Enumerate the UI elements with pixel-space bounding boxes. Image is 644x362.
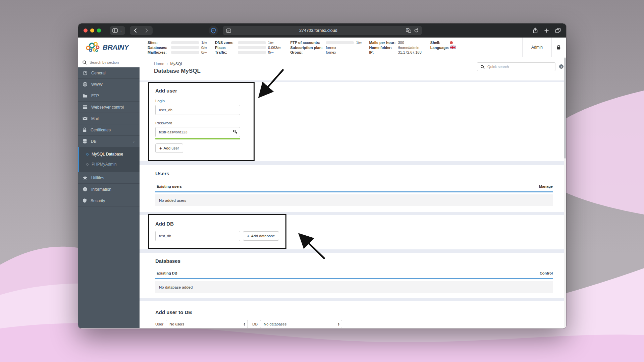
stat-label: Traffic: <box>215 50 236 55</box>
close-window-button[interactable] <box>84 28 88 33</box>
db-submenu: MySQL Database PHPMyAdmin <box>78 147 140 172</box>
user-select-label: User <box>155 322 163 326</box>
usage-bar <box>238 41 266 44</box>
gauge-icon <box>83 70 88 75</box>
select-stepper-icon: ▲▼ <box>337 322 340 326</box>
databases-section: Databases Existing DB Control No databas… <box>140 253 566 298</box>
login-input[interactable] <box>155 105 240 115</box>
sidebar-subitem-label: MySQL Database <box>92 152 123 157</box>
usage-bar <box>171 51 199 54</box>
reader-view-icon[interactable] <box>226 28 231 33</box>
url-text[interactable]: 274703.fornex.cloud <box>231 28 406 33</box>
db-select[interactable]: No databases ▲▼ <box>260 320 342 328</box>
vertical-scrollbar[interactable] <box>564 57 566 328</box>
lock-icon <box>83 127 87 132</box>
sidebar-item-general[interactable]: General <box>78 67 140 79</box>
add-db-title: Add DB <box>155 221 553 227</box>
stat-label: Databases: <box>148 45 169 50</box>
add-user-to-db-title: Add user to DB <box>155 309 553 315</box>
page-header: Home › MySQL Database MySQL ? <box>140 57 566 80</box>
sidebar-search[interactable] <box>78 57 140 67</box>
address-bar[interactable]: 274703.fornex.cloud A <box>223 26 422 35</box>
folder-icon <box>83 94 88 98</box>
sidebar-item-phpmyadmin[interactable]: PHPMyAdmin <box>79 159 140 169</box>
sidebar-item-webserver-control[interactable]: Webserver control <box>78 102 140 113</box>
brand-logo[interactable]: BRAINY <box>78 38 140 57</box>
nav-buttons <box>130 26 153 35</box>
section-divider <box>140 249 566 253</box>
window-controls <box>84 28 101 33</box>
sidebar-item-certificates[interactable]: Certificates <box>78 124 140 136</box>
sidebar-item-label: Utilities <box>91 176 104 180</box>
bullet-icon <box>86 163 89 166</box>
forward-button[interactable] <box>141 26 153 35</box>
sidebar-item-www[interactable]: WWW <box>78 79 140 90</box>
section-divider <box>140 161 566 165</box>
usage-bar <box>238 46 266 49</box>
add-database-button[interactable]: + Add database <box>243 231 279 241</box>
breadcrumb-home[interactable]: Home <box>154 62 164 66</box>
brand-name: BRAINY <box>103 43 129 51</box>
brainy-gears-logo-icon <box>86 41 100 53</box>
db-select-label: DB <box>252 322 258 326</box>
sidebar-item-utilities[interactable]: Utilities <box>78 172 140 184</box>
browser-titlebar: ⌄ 274703.fornex.cloud A <box>78 23 566 38</box>
stat-label: Group: <box>290 50 324 55</box>
stat-label: Sites: <box>148 40 169 45</box>
admin-user-button[interactable]: Admin <box>523 45 551 50</box>
help-icon[interactable]: ? <box>559 64 564 69</box>
sidebar-item-label: FTP <box>91 94 99 98</box>
sidebar-item-information[interactable]: Information <box>78 184 140 195</box>
breadcrumb-current: MySQL <box>170 62 183 66</box>
chevron-down-icon: ⌄ <box>132 139 135 143</box>
generate-password-key-icon[interactable] <box>233 129 238 136</box>
stat-value: 0/∞ <box>201 45 207 50</box>
globe-icon <box>83 82 88 87</box>
translate-icon[interactable]: A <box>406 28 411 33</box>
sidebar-item-label: Mail <box>91 116 99 121</box>
quick-search-input[interactable] <box>487 65 541 69</box>
star-icon <box>83 175 88 180</box>
stat-value: 0/∞ <box>201 50 207 55</box>
shield-extension-button[interactable] <box>209 26 218 35</box>
sidebar-item-mysql-database[interactable]: MySQL Database <box>79 149 140 159</box>
uk-flag-icon[interactable] <box>450 46 455 49</box>
back-button[interactable] <box>130 26 141 35</box>
add-user-title: Add user <box>155 88 553 94</box>
sidebar-search-input[interactable] <box>90 60 130 64</box>
sidebar-item-ftp[interactable]: FTP <box>78 90 140 102</box>
sidebar-toggle-button[interactable]: ⌄ <box>110 26 125 35</box>
stat-label: Shell: <box>430 40 450 45</box>
user-select[interactable]: No users ▲▼ <box>166 320 248 328</box>
new-tab-icon[interactable] <box>544 28 549 33</box>
search-icon <box>480 65 485 69</box>
add-user-button[interactable]: + Add user <box>155 143 183 153</box>
zoom-window-button[interactable] <box>97 28 101 33</box>
users-col-manage: Manage <box>539 184 553 188</box>
sidebar-item-mail[interactable]: Mail <box>78 113 140 124</box>
quick-search[interactable] <box>477 62 555 71</box>
minimize-window-button[interactable] <box>90 28 94 33</box>
add-user-section: Add user Login Password + Add user <box>140 82 566 161</box>
sidebar-item-label: Information <box>91 187 111 192</box>
stat-value: 1/∞ <box>356 40 362 45</box>
sidebar-item-security[interactable]: Security <box>78 195 140 206</box>
info-icon <box>83 187 88 192</box>
password-input[interactable] <box>155 127 240 137</box>
users-col-existing: Existing users <box>157 184 182 188</box>
password-label: Password <box>155 121 553 125</box>
reload-icon[interactable] <box>414 28 419 33</box>
databases-col-control: Control <box>540 271 553 275</box>
databases-table-header: Existing DB Control <box>155 271 553 279</box>
logout-lock-button[interactable] <box>552 45 566 50</box>
scrollbar-thumb[interactable] <box>564 58 566 159</box>
server-icon <box>83 105 88 109</box>
sidebar-item-db[interactable]: DB ⌄ <box>78 136 140 147</box>
share-icon[interactable] <box>533 27 538 34</box>
plus-icon: + <box>247 234 250 239</box>
stat-value: 300 <box>398 40 404 45</box>
db-name-input[interactable] <box>155 231 240 241</box>
stat-label: Language: <box>430 45 450 50</box>
tab-overview-icon[interactable] <box>555 28 561 33</box>
search-icon <box>82 60 87 65</box>
